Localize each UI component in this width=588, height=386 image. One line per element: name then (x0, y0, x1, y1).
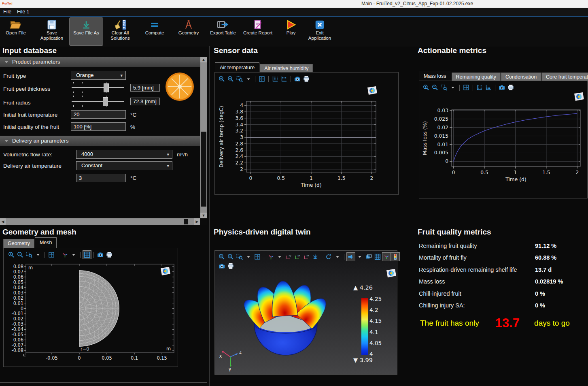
scene-icon[interactable] (365, 253, 373, 261)
zoom-out-icon[interactable] (431, 83, 439, 92)
volumetric-flow-rate-dropdown[interactable]: 4000 (76, 150, 172, 159)
zoom-out-icon[interactable] (227, 75, 235, 83)
zoom-out-icon[interactable] (16, 251, 24, 259)
scroll-up-arrow[interactable]: ▲ (200, 57, 207, 62)
colorbar-tick-label: 4 (369, 351, 373, 357)
cbar-icon[interactable] (391, 253, 399, 261)
zoom-box-icon[interactable] (440, 83, 448, 92)
printer-icon[interactable] (105, 251, 113, 259)
camera-icon[interactable] (96, 251, 104, 259)
zoom-in-icon[interactable] (218, 253, 226, 261)
grid-y-icon[interactable] (280, 75, 288, 83)
svg-text:3.6: 3.6 (235, 115, 243, 121)
camera-icon[interactable] (218, 262, 226, 270)
zoom-box-icon[interactable] (236, 75, 244, 83)
light-icon[interactable] (347, 253, 355, 261)
horizontal-scrollbar[interactable]: ◀▶ (0, 218, 200, 225)
slider-thumb[interactable] (103, 97, 108, 106)
vertical-scrollbar[interactable]: ▲▼ (200, 57, 207, 218)
export-table-button[interactable]: Export Table (207, 18, 239, 45)
zoom-in-icon[interactable] (7, 251, 15, 259)
mass-loss-chart[interactable]: 00.511.5200.0050.010.0150.020.0250.03Tim… (420, 95, 586, 188)
save-application-button[interactable]: Save Application (37, 18, 66, 45)
play-button[interactable]: Play (279, 18, 303, 45)
view-xy-icon[interactable]: xy (284, 253, 293, 261)
zoom-box-icon[interactable] (236, 253, 244, 261)
fruit-peel-thickness-value[interactable]: 5.9 [mm] (130, 84, 160, 92)
sensor-data-tabs: Air temperatureAir relative humidity (215, 62, 313, 73)
fit-icon[interactable] (47, 251, 55, 259)
printer-icon[interactable] (227, 262, 235, 270)
delivery-air-temperature-dropdown[interactable]: Constant (76, 161, 172, 170)
camera-icon[interactable] (498, 83, 506, 92)
view-xz-icon[interactable]: xz (302, 253, 310, 261)
triad-icon[interactable] (61, 251, 69, 259)
initial-quality-input[interactable] (71, 122, 126, 131)
tab-core-fruit-temperature[interactable]: Core fruit temperature (541, 73, 588, 81)
scroll-right-arrow[interactable]: ▶ (194, 218, 200, 225)
caret-icon[interactable] (276, 253, 284, 261)
grid-x-icon[interactable] (475, 83, 484, 92)
slider-track[interactable] (72, 101, 124, 102)
product-parameters-header[interactable]: Product parameters (0, 57, 200, 67)
zoom-box-icon[interactable] (25, 251, 33, 259)
fit-icon[interactable] (258, 75, 266, 83)
clear-all-solutions-button[interactable]: Clear All Solutions (104, 18, 136, 45)
printer-icon[interactable] (302, 75, 310, 83)
grid-y-icon[interactable] (484, 83, 492, 92)
delivery-air-parameters-header[interactable]: Delivery air parameters (0, 136, 200, 146)
caret-icon[interactable] (333, 253, 342, 261)
app-logo: FruiTed (2, 2, 12, 5)
caret-icon[interactable] (244, 75, 253, 83)
geometry-button[interactable]: Geometry (173, 18, 204, 45)
camera-icon[interactable] (293, 75, 301, 83)
printer-icon[interactable] (507, 83, 515, 92)
grid-x-icon[interactable] (271, 75, 279, 83)
triad-icon[interactable] (267, 253, 275, 261)
caret-icon[interactable] (244, 253, 253, 261)
zoom-in-icon[interactable] (422, 83, 430, 92)
slider-track[interactable] (72, 87, 124, 88)
view-yz-icon[interactable]: yz (293, 253, 301, 261)
fit-icon[interactable] (253, 253, 261, 261)
zoom-in-icon[interactable] (218, 75, 226, 83)
caret-icon[interactable] (356, 253, 364, 261)
initial-fruit-temperature-input[interactable] (71, 110, 126, 119)
fruit-type-dropdown[interactable]: Orange (71, 71, 126, 80)
compute-button[interactable]: Compute (140, 18, 170, 45)
delivery-air-temperature-value-input[interactable] (76, 174, 126, 182)
tab-air-relative-humidity[interactable]: Air relative humidity (260, 64, 313, 73)
caret-icon[interactable] (449, 83, 457, 92)
zoom-out-icon[interactable] (227, 253, 235, 261)
open-file-button[interactable]: Open File (1, 18, 31, 45)
exit-application-button[interactable]: Exit Application (304, 18, 336, 45)
scrollbar-thumb[interactable] (184, 219, 188, 224)
mesh-plot[interactable]: 0.080.070.060.050.040.030.020.010-0.01-0… (5, 262, 176, 365)
tab-geometry[interactable]: Geometry (3, 239, 34, 248)
air-temperature-chart[interactable]: 00.511.5222.22.42.62.833.23.43.63.84Time… (217, 85, 398, 192)
tab-remaining-quality[interactable]: Remaining quality (452, 73, 501, 81)
slider-thumb[interactable] (104, 83, 109, 92)
menu-file[interactable]: File (3, 9, 11, 15)
fruit-peel-thickness-slider[interactable] (72, 82, 124, 93)
caret-icon[interactable] (34, 251, 42, 259)
scrollbar-thumb[interactable] (201, 132, 206, 207)
menu-file1[interactable]: File 1 (17, 9, 30, 15)
create-report-button[interactable]: Create Report (241, 18, 274, 45)
scroll-left-arrow[interactable]: ◀ (0, 218, 6, 225)
axes3d-icon[interactable] (382, 253, 391, 261)
tab-condensation[interactable]: Condensation (501, 73, 541, 81)
persp-icon[interactable] (311, 253, 319, 261)
tab-mass-loss[interactable]: Mass loss (419, 71, 451, 81)
caret-icon[interactable] (70, 251, 78, 259)
fruit-radius-value[interactable]: 72.3 [mm] (130, 98, 160, 105)
save-file-as-button[interactable]: Save File As (70, 18, 103, 45)
fruit-radius-slider[interactable] (72, 96, 124, 107)
fit-icon[interactable] (462, 83, 470, 92)
grid3d-icon[interactable] (83, 251, 91, 259)
tab-mesh[interactable]: Mesh (35, 237, 57, 248)
tab-air-temperature[interactable]: Air temperature (215, 62, 259, 73)
rotate-icon[interactable] (325, 253, 333, 261)
scroll-down-arrow[interactable]: ▼ (200, 213, 207, 218)
grid3d-icon[interactable] (374, 253, 382, 261)
